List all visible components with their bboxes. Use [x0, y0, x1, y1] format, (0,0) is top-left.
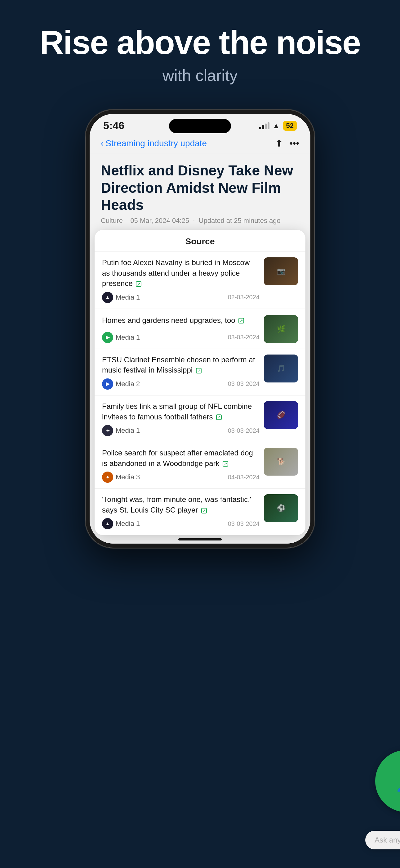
- source-name: Media 2: [116, 380, 140, 388]
- secondary-panel: 👤: [375, 750, 400, 812]
- news-date: 04-03-2024: [228, 474, 260, 481]
- news-date: 03-03-2024: [228, 334, 260, 341]
- news-item-content: Family ties link a small group of NFL co…: [102, 401, 260, 436]
- external-link-icon[interactable]: ↗: [238, 318, 244, 323]
- news-thumbnail: 🐕: [264, 448, 298, 475]
- share-icon[interactable]: ⬆: [275, 138, 283, 149]
- news-item-title: ETSU Clarinet Ensemble chosen to perform…: [102, 354, 260, 375]
- phone-scene: 5:46 ▲ 52 ‹: [0, 103, 400, 868]
- news-item-footer: ✦ Media 1 03-03-2024: [102, 425, 260, 436]
- status-time: 5:46: [103, 120, 124, 132]
- source-logo: ▶: [102, 332, 113, 343]
- status-bar: 5:46 ▲ 52: [90, 114, 310, 135]
- article-title: Netflix and Disney Take New Direction Am…: [101, 162, 299, 214]
- news-item-title: Homes and gardens need upgrades, too ↗: [102, 315, 260, 326]
- news-item-footer: ▶ Media 2 03-03-2024: [102, 378, 260, 390]
- source-logo: ▶: [102, 378, 113, 390]
- source-badge: ▲ Media 1: [102, 292, 140, 303]
- battery-level: 52: [286, 122, 294, 130]
- source-name: Media 3: [116, 473, 140, 481]
- external-link-icon[interactable]: ↗: [196, 368, 202, 373]
- article-updated: Updated at 25 minutes ago: [199, 217, 280, 224]
- news-item-content: Police search for suspect after emaciate…: [102, 448, 260, 483]
- hero-subtitle: with clarity: [19, 66, 381, 85]
- news-thumbnail: 📷: [264, 257, 298, 285]
- news-item-title: 'Tonight was, from minute one, was fanta…: [102, 494, 260, 515]
- news-item-title: Police search for suspect after emaciate…: [102, 448, 260, 468]
- news-thumbnail: ⚽: [264, 494, 298, 522]
- news-item-footer: ▶ Media 1 03-03-2024: [102, 332, 260, 343]
- hero-title: Rise above the noise: [19, 25, 381, 60]
- source-name: Media 1: [116, 427, 140, 435]
- news-item[interactable]: 'Tonight was, from minute one, was fanta…: [95, 489, 305, 535]
- phone-device: 5:46 ▲ 52 ‹: [85, 110, 315, 548]
- hero-section: Rise above the noise with clarity: [0, 0, 400, 103]
- news-date: 03-03-2024: [228, 427, 260, 434]
- external-link-icon[interactable]: ↗: [201, 508, 207, 514]
- source-panel: Source Putin foe Alexei Navalny is burie…: [95, 230, 305, 535]
- wifi-icon: ▲: [272, 121, 280, 130]
- nav-bar: ‹ Streaming industry update ⬆ •••: [90, 135, 310, 153]
- source-panel-header: Source: [95, 230, 305, 252]
- news-item-footer: ▲ Media 1 03-03-2024: [102, 518, 260, 529]
- news-item-title: Family ties link a small group of NFL co…: [102, 401, 260, 422]
- news-date: 03-03-2024: [228, 520, 260, 527]
- external-link-icon[interactable]: ↗: [136, 281, 141, 287]
- external-link-icon[interactable]: ↗: [216, 414, 222, 420]
- source-name: Media 1: [116, 333, 140, 341]
- news-item-content: Putin foe Alexei Navalny is buried in Mo…: [102, 257, 260, 303]
- source-badge: ▶ Media 1: [102, 332, 140, 343]
- source-name: Media 1: [116, 520, 140, 528]
- news-thumbnail: 🎵: [264, 354, 298, 382]
- news-date: 03-03-2024: [228, 380, 260, 388]
- news-item-footer: ▲ Media 1 02-03-2024: [102, 292, 260, 303]
- article-area: Netflix and Disney Take New Direction Am…: [90, 153, 310, 230]
- source-logo: ▲: [102, 518, 113, 529]
- news-item[interactable]: ETSU Clarinet Ensemble chosen to perform…: [95, 349, 305, 396]
- news-item[interactable]: Homes and gardens need upgrades, too ↗ ▶…: [95, 310, 305, 349]
- news-item-content: ETSU Clarinet Ensemble chosen to perform…: [102, 354, 260, 390]
- source-logo: ●: [102, 471, 113, 483]
- nav-actions: ⬆ •••: [275, 138, 299, 149]
- external-link-icon[interactable]: ↗: [223, 461, 228, 467]
- signal-icon: [259, 122, 269, 129]
- news-thumbnail: 🏈: [264, 401, 298, 429]
- news-thumbnail: 🌿: [264, 315, 298, 343]
- news-date: 02-03-2024: [228, 294, 260, 301]
- scroll-indicator: [90, 535, 310, 544]
- chevron-left-icon: ‹: [101, 138, 104, 148]
- back-button[interactable]: ‹ Streaming industry update: [101, 138, 207, 148]
- news-item-content: Homes and gardens need upgrades, too ↗ ▶…: [102, 315, 260, 343]
- article-meta: Culture 05 Mar, 2024 04:25 · Updated at …: [101, 217, 299, 230]
- source-name: Media 1: [116, 293, 140, 302]
- source-badge: ● Media 3: [102, 471, 140, 483]
- source-badge: ▲ Media 1: [102, 518, 140, 529]
- phone-screen: 5:46 ▲ 52 ‹: [90, 114, 310, 544]
- source-logo: ▲: [102, 292, 113, 303]
- news-item[interactable]: Police search for suspect after emaciate…: [95, 442, 305, 489]
- news-item-content: 'Tonight was, from minute one, was fanta…: [102, 494, 260, 529]
- home-indicator: [178, 538, 222, 540]
- news-item[interactable]: Putin foe Alexei Navalny is buried in Mo…: [95, 252, 305, 309]
- more-options-icon[interactable]: •••: [289, 138, 299, 149]
- status-icons: ▲ 52: [259, 121, 297, 131]
- dynamic-island: [169, 119, 231, 133]
- nav-back-label: Streaming industry update: [105, 138, 207, 148]
- source-logo: ✦: [102, 425, 113, 436]
- news-item[interactable]: Family ties link a small group of NFL co…: [95, 396, 305, 442]
- ask-placeholder: Ask anyt...: [374, 836, 400, 844]
- news-item-footer: ● Media 3 04-03-2024: [102, 471, 260, 483]
- news-item-title: Putin foe Alexei Navalny is buried in Mo…: [102, 257, 260, 289]
- source-badge: ✦ Media 1: [102, 425, 140, 436]
- person-icon: 👤: [395, 770, 400, 792]
- ask-bar[interactable]: Ask anyt...: [365, 831, 400, 849]
- source-badge: ▶ Media 2: [102, 378, 140, 390]
- battery-indicator: 52: [283, 121, 297, 131]
- article-category: Culture: [101, 217, 123, 224]
- article-date: 05 Mar, 2024 04:25: [130, 217, 189, 224]
